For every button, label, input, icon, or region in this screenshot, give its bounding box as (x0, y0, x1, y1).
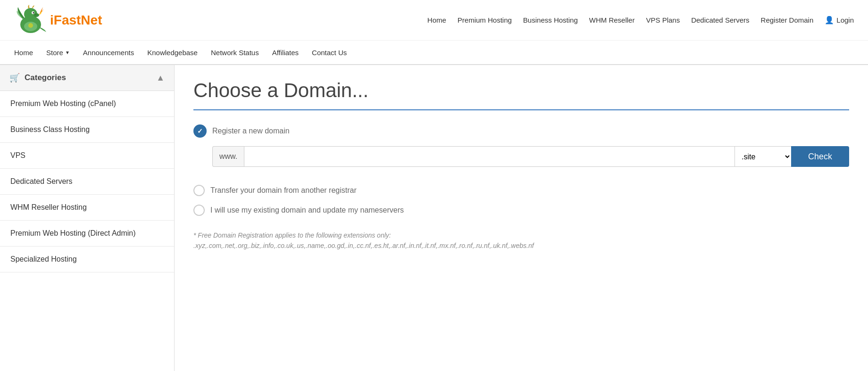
www-prefix: www. (212, 146, 244, 167)
existing-domain-radio (193, 205, 205, 216)
sec-nav-knowledgebase[interactable]: Knowledgebase (147, 42, 198, 63)
free-domain-note-text: * Free Domain Registration applies to th… (193, 230, 849, 240)
check-button[interactable]: Check (791, 146, 849, 167)
second-nav: Home Store ▼ Announcements Knowledgebase… (0, 41, 868, 65)
store-dropdown-icon: ▼ (65, 50, 70, 55)
sidebar-item-whm[interactable]: WHM Reseller Hosting (0, 195, 174, 221)
free-domain-extensions: .xyz,.com,.net,.org,.biz,.info,.co.uk,.u… (193, 240, 849, 251)
title-divider (193, 109, 849, 110)
existing-domain-label: I will use my existing domain and update… (210, 206, 404, 214)
page-title: Choose a Domain... (193, 79, 849, 102)
collapse-icon[interactable]: ▲ (156, 73, 165, 83)
sidebar-item-specialized[interactable]: Specialized Hosting (0, 247, 174, 272)
domain-extension-select[interactable]: .site .com .net .org .biz .info .co.uk .… (734, 146, 791, 167)
sec-nav-affiliates[interactable]: Affiliates (272, 42, 299, 63)
sidebar-item-list: Premium Web Hosting (cPanel) Business Cl… (0, 91, 174, 272)
top-nav-links: Home Premium Hosting Business Hosting WH… (427, 16, 854, 25)
topnav-dedicated-servers[interactable]: Dedicated Servers (691, 16, 749, 24)
sec-nav-announcements[interactable]: Announcements (83, 42, 134, 63)
domain-options: Register a new domain www. .site .com .n… (193, 124, 849, 216)
svg-point-7 (28, 23, 33, 28)
svg-point-4 (33, 13, 39, 17)
svg-point-5 (35, 14, 36, 15)
sec-nav-contact-us[interactable]: Contact Us (312, 42, 347, 63)
free-domain-note: * Free Domain Registration applies to th… (193, 230, 849, 251)
sidebar-title: Categories (25, 73, 66, 82)
option-register-new[interactable]: Register a new domain (193, 124, 849, 138)
sidebar-item-dedicated[interactable]: Dedicated Servers (0, 169, 174, 195)
user-icon: 👤 (825, 16, 834, 25)
topnav-login[interactable]: 👤 Login (825, 16, 854, 25)
sidebar-item-premium-cpanel[interactable]: Premium Web Hosting (cPanel) (0, 91, 174, 117)
topnav-business-hosting[interactable]: Business Hosting (523, 16, 578, 24)
topnav-vps-plans[interactable]: VPS Plans (646, 16, 680, 24)
sec-nav-home[interactable]: Home (14, 42, 33, 63)
sidebar-item-business[interactable]: Business Class Hosting (0, 117, 174, 143)
sidebar-item-vps[interactable]: VPS (0, 143, 174, 169)
topnav-whm-reseller[interactable]: WHM Reseller (589, 16, 635, 24)
sidebar: 🛒 Categories ▲ Premium Web Hosting (cPan… (0, 65, 175, 371)
sidebar-header: 🛒 Categories ▲ (0, 65, 174, 91)
option-transfer-domain[interactable]: Transfer your domain from another regist… (193, 185, 849, 196)
domain-text-input[interactable] (244, 146, 734, 167)
sec-nav-store[interactable]: Store ▼ (46, 42, 70, 63)
topnav-premium-hosting[interactable]: Premium Hosting (458, 16, 512, 24)
site-logo[interactable]: iFastNet (14, 5, 102, 35)
register-new-label: Register a new domain (212, 127, 290, 135)
transfer-domain-label: Transfer your domain from another regist… (210, 186, 357, 195)
domain-input-row: www. .site .com .net .org .biz .info .co… (212, 146, 849, 167)
register-new-checkmark (193, 124, 207, 138)
dragon-icon (14, 5, 47, 35)
topnav-home[interactable]: Home (427, 16, 446, 24)
main-content: Choose a Domain... Register a new domain… (175, 65, 868, 371)
sec-nav-network-status[interactable]: Network Status (211, 42, 259, 63)
cart-icon: 🛒 (9, 73, 20, 83)
sidebar-item-premium-da[interactable]: Premium Web Hosting (Direct Admin) (0, 221, 174, 247)
svg-point-3 (33, 12, 34, 14)
transfer-domain-radio (193, 185, 205, 196)
option-existing-domain[interactable]: I will use my existing domain and update… (193, 205, 849, 216)
logo-text: iFastNet (50, 13, 102, 28)
topnav-register-domain[interactable]: Register Domain (761, 16, 814, 24)
